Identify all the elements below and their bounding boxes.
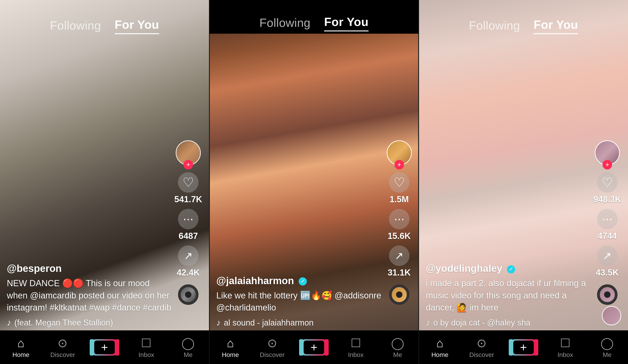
- home-label-3: Home: [431, 351, 448, 359]
- bottom-nav-3: ⌂ Home ⊙ Discover + ☐ Inbox ◯ Me: [419, 330, 628, 364]
- comment-icon-2: ⋯: [394, 214, 404, 224]
- like-count-2: 1.5M: [390, 195, 409, 204]
- comment-action-2[interactable]: ⋯ 15.6K: [388, 209, 411, 241]
- nav-home-3[interactable]: ⌂ Home: [426, 336, 453, 359]
- nav-inbox-2[interactable]: ☐ Inbox: [342, 336, 369, 359]
- tab-following-3[interactable]: Following: [469, 19, 520, 34]
- username-2: @jalaiahharmon ✓: [216, 275, 382, 287]
- music-disc-2: [389, 284, 409, 305]
- tab-for-you-1[interactable]: For You: [115, 18, 159, 34]
- bottom-info-2: @jalaiahharmon ✓ Like we hit the lottery…: [216, 275, 382, 328]
- tab-for-you-3[interactable]: For You: [534, 18, 578, 34]
- comment-icon-3: ⋯: [602, 214, 613, 224]
- discover-icon-1: ⊙: [58, 336, 68, 350]
- actions-3: + ♡ 948.3K ⋯ 4744 ↗ 43.5K: [593, 140, 621, 305]
- nav-discover-2[interactable]: ⊙ Discover: [259, 336, 286, 359]
- nav-inbox-3[interactable]: ☐ Inbox: [551, 336, 579, 359]
- inbox-label-3: Inbox: [557, 351, 573, 359]
- like-action-2[interactable]: ♡ 1.5M: [389, 172, 409, 204]
- nav-home-2[interactable]: ⌂ Home: [217, 336, 244, 359]
- music-note-1: ♪: [7, 318, 11, 328]
- music-bar-2: ♪ al sound - jalaiahharmon: [216, 318, 382, 328]
- nav-discover-3[interactable]: ⊙ Discover: [468, 336, 495, 359]
- share-icon-3: ↗: [603, 250, 612, 261]
- share-action-3[interactable]: ↗ 43.5K: [596, 245, 619, 278]
- nav-home-1[interactable]: ⌂ Home: [7, 336, 35, 359]
- verified-badge-3: ✓: [507, 265, 515, 274]
- create-btn-1[interactable]: +: [92, 339, 117, 356]
- tab-following-2[interactable]: Following: [259, 16, 311, 31]
- home-icon-2: ⌂: [227, 336, 234, 350]
- avatar-wrapper-1[interactable]: +: [176, 140, 201, 165]
- comment-count-3: 4744: [598, 231, 617, 241]
- nav-me-1[interactable]: ◯ Me: [174, 336, 202, 359]
- comment-icon-wrapper-3: ⋯: [597, 209, 618, 229]
- discover-label-1: Discover: [50, 351, 75, 359]
- home-icon-3: ⌂: [436, 336, 443, 350]
- caption-3: i made a part 2. also dojacat if ur film…: [426, 277, 592, 314]
- like-count-1: 541.7K: [174, 195, 202, 204]
- home-label-1: Home: [12, 351, 29, 359]
- like-count-3: 948.3K: [593, 195, 621, 204]
- follow-btn-3[interactable]: +: [603, 160, 612, 169]
- music-disc-3: [597, 284, 618, 305]
- inbox-icon-1: ☐: [141, 336, 152, 350]
- inbox-label-2: Inbox: [348, 351, 364, 359]
- share-icon-wrapper-1: ↗: [178, 245, 198, 266]
- actions-1: + ♡ 541.7K ⋯ 6487 ↗ 42.4K: [174, 140, 202, 305]
- share-count-2: 31.1K: [388, 268, 411, 278]
- music-bar-1: ♪ (feat. Megan Thee Stallion): [7, 318, 172, 328]
- like-action-3[interactable]: ♡ 948.3K: [593, 172, 621, 204]
- nav-create-2[interactable]: +: [300, 339, 327, 356]
- share-icon-wrapper-3: ↗: [597, 245, 618, 266]
- avatar-wrapper-2[interactable]: +: [387, 140, 412, 165]
- actions-2: + ♡ 1.5M ⋯ 15.6K ↗ 31.1K: [387, 140, 412, 305]
- comment-icon-wrapper-2: ⋯: [389, 209, 409, 229]
- music-note-3: ♪: [426, 318, 430, 328]
- caption-1: NEW DANCE 🔴🔴 This is our mood when @iamc…: [7, 277, 172, 314]
- nav-me-3[interactable]: ◯ Me: [593, 336, 621, 359]
- bottom-info-1: @besperon NEW DANCE 🔴🔴 This is our mood …: [7, 263, 172, 328]
- bottom-info-3: @yodelinghaley ✓ i made a part 2. also d…: [426, 263, 592, 328]
- music-text-3: o by doja cat - @haley sha: [433, 318, 531, 328]
- nav-me-2[interactable]: ◯ Me: [384, 336, 411, 359]
- inbox-icon-2: ☐: [351, 336, 361, 350]
- like-icon-wrapper-1: ♡: [178, 172, 198, 193]
- phone-2: Following For You + ♡ 1.5M ⋯ 15.6K ↗ 3: [209, 0, 419, 364]
- nav-inbox-1[interactable]: ☐ Inbox: [133, 336, 160, 359]
- share-action-1[interactable]: ↗ 42.4K: [177, 245, 200, 278]
- header-3: Following For You: [419, 0, 628, 36]
- create-btn-3[interactable]: +: [511, 339, 536, 356]
- follow-btn-1[interactable]: +: [183, 160, 193, 169]
- comment-action-1[interactable]: ⋯ 6487: [178, 209, 198, 241]
- me-label-1: Me: [184, 351, 193, 359]
- like-action-1[interactable]: ♡ 541.7K: [174, 172, 202, 204]
- comment-count-2: 15.6K: [388, 231, 411, 241]
- nav-create-3[interactable]: +: [510, 339, 537, 356]
- home-icon-1: ⌂: [17, 336, 24, 350]
- bottom-nav-2: ⌂ Home ⊙ Discover + ☐ Inbox ◯ Me: [209, 330, 418, 364]
- comment-action-3[interactable]: ⋯ 4744: [597, 209, 618, 241]
- tab-for-you-2[interactable]: For You: [324, 15, 369, 31]
- comment-icon-wrapper-1: ⋯: [178, 209, 198, 229]
- verified-badge-2: ✓: [299, 277, 307, 286]
- share-count-1: 42.4K: [177, 268, 200, 278]
- header-1: Following For You: [0, 0, 209, 36]
- share-action-2[interactable]: ↗ 31.1K: [388, 245, 411, 278]
- nav-discover-1[interactable]: ⊙ Discover: [49, 336, 76, 359]
- music-disc-inner-2: [396, 291, 402, 298]
- inbox-icon-3: ☐: [560, 336, 571, 350]
- share-icon-1: ↗: [184, 250, 193, 261]
- username-1: @besperon: [7, 263, 172, 274]
- heart-icon-1: ♡: [183, 176, 194, 189]
- me-label-3: Me: [603, 351, 612, 359]
- plus-sign-3: +: [513, 341, 534, 354]
- header-2: Following For You: [209, 0, 418, 34]
- nav-create-1[interactable]: +: [91, 339, 118, 356]
- tab-following-1[interactable]: Following: [50, 19, 101, 34]
- avatar-wrapper-3[interactable]: +: [595, 140, 620, 165]
- inbox-label-1: Inbox: [139, 351, 154, 359]
- create-btn-2[interactable]: +: [301, 339, 326, 356]
- follow-btn-2[interactable]: +: [394, 160, 404, 169]
- music-disc-inner-1: [185, 291, 191, 298]
